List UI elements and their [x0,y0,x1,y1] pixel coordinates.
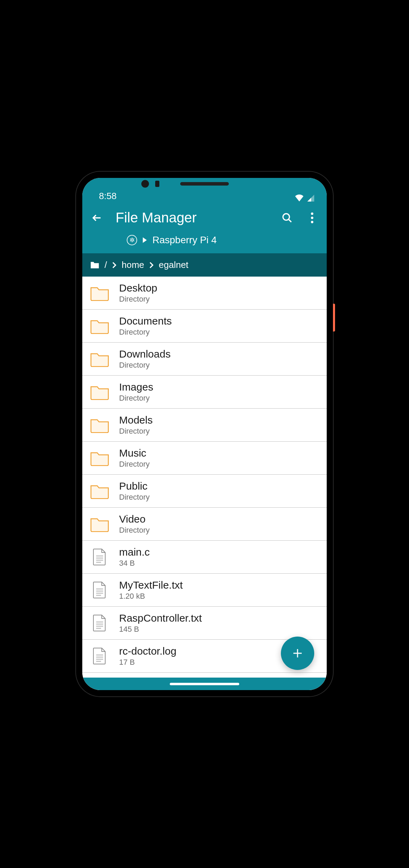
add-fab-button[interactable] [281,637,314,670]
file-text: ImagesDirectory [119,381,153,403]
file-icon [90,648,109,664]
file-subtext: 1.20 kB [119,592,183,601]
svg-point-4 [311,221,314,223]
back-button[interactable] [91,212,103,224]
file-row[interactable]: PublicDirectory [82,475,327,508]
file-name: Music [119,447,150,459]
phone-frame: 8:58 File Manager [76,172,333,696]
device-chevron-icon [143,237,147,243]
folder-icon [90,351,109,367]
file-subtext: 145 B [119,625,202,634]
file-row[interactable]: DownloadsDirectory [82,343,327,376]
more-menu-button[interactable] [306,212,318,224]
file-icon [90,615,109,631]
app-bar: File Manager ✲ Raspberry Pi 4 [82,205,327,253]
file-text: MyTextFile.txt1.20 kB [119,579,183,601]
search-button[interactable] [281,212,293,224]
raspberry-pi-icon: ✲ [127,235,137,245]
file-subtext: Directory [119,460,150,469]
file-row[interactable]: DocumentsDirectory [82,310,327,343]
file-row[interactable]: DesktopDirectory [82,277,327,310]
file-text: PublicDirectory [119,480,150,502]
file-subtext: Directory [119,295,157,304]
breadcrumb-root[interactable]: / [105,260,107,270]
folder-icon [90,417,109,433]
file-subtext: Directory [119,493,150,502]
file-text: rc-doctor.log17 B [119,645,176,667]
file-name: RaspController.txt [119,612,202,624]
file-name: Public [119,480,150,492]
file-icon [90,582,109,598]
file-name: Desktop [119,282,157,294]
breadcrumb: / home egalnet [82,253,327,277]
folder-icon [90,516,109,532]
folder-icon [90,384,109,400]
file-name: MyTextFile.txt [119,579,183,591]
breadcrumb-home[interactable]: home [122,260,144,270]
file-row[interactable]: VideoDirectory [82,508,327,541]
home-gesture-pill[interactable] [170,683,239,685]
device-row[interactable]: ✲ Raspberry Pi 4 [91,235,318,246]
sensor [155,181,159,187]
folder-icon [90,318,109,334]
file-subtext: Directory [119,361,170,370]
file-subtext: 34 B [119,559,150,568]
file-text: RaspController.txt145 B [119,612,202,634]
front-camera [141,180,149,188]
folder-icon [90,483,109,499]
folder-root-icon[interactable] [90,261,100,269]
file-list[interactable]: DesktopDirectoryDocumentsDirectoryDownlo… [82,277,327,690]
file-subtext: Directory [119,427,153,436]
file-row[interactable]: ImagesDirectory [82,376,327,409]
folder-icon [90,285,109,301]
file-row[interactable]: ModelsDirectory [82,409,327,442]
file-text: VideoDirectory [119,513,150,535]
app-title: File Manager [116,210,268,226]
file-subtext: Directory [119,328,172,337]
file-icon [90,549,109,565]
wifi-icon [295,194,304,202]
breadcrumb-current[interactable]: egalnet [159,260,188,270]
file-name: main.c [119,546,150,558]
file-text: ModelsDirectory [119,414,153,436]
file-name: Downloads [119,348,170,360]
chevron-right-icon [149,262,154,268]
file-name: Video [119,513,150,525]
folder-icon [90,450,109,466]
svg-point-3 [311,216,314,219]
cell-signal-icon [307,194,314,202]
file-name: Images [119,381,153,393]
file-text: MusicDirectory [119,447,150,469]
system-nav-bar [82,678,327,690]
svg-line-1 [289,219,291,222]
file-text: DesktopDirectory [119,282,157,304]
file-row[interactable]: RaspController.txt145 B [82,607,327,640]
file-row[interactable]: MyTextFile.txt1.20 kB [82,574,327,607]
file-name: Models [119,414,153,426]
file-text: DocumentsDirectory [119,315,172,337]
file-subtext: Directory [119,526,150,535]
file-name: rc-doctor.log [119,645,176,657]
file-row[interactable]: MusicDirectory [82,442,327,475]
file-subtext: Directory [119,394,153,403]
speaker-notch [180,182,229,186]
device-name: Raspberry Pi 4 [152,235,217,246]
svg-point-0 [283,214,290,220]
file-name: Documents [119,315,172,327]
file-subtext: 17 B [119,658,176,667]
chevron-right-icon [112,262,117,268]
status-icons [295,194,314,202]
screen: 8:58 File Manager [82,178,327,690]
phone-power-button [333,304,335,331]
svg-point-2 [311,212,314,215]
file-text: DownloadsDirectory [119,348,170,370]
status-time: 8:58 [99,191,117,202]
file-row[interactable]: main.c34 B [82,541,327,574]
file-text: main.c34 B [119,546,150,568]
